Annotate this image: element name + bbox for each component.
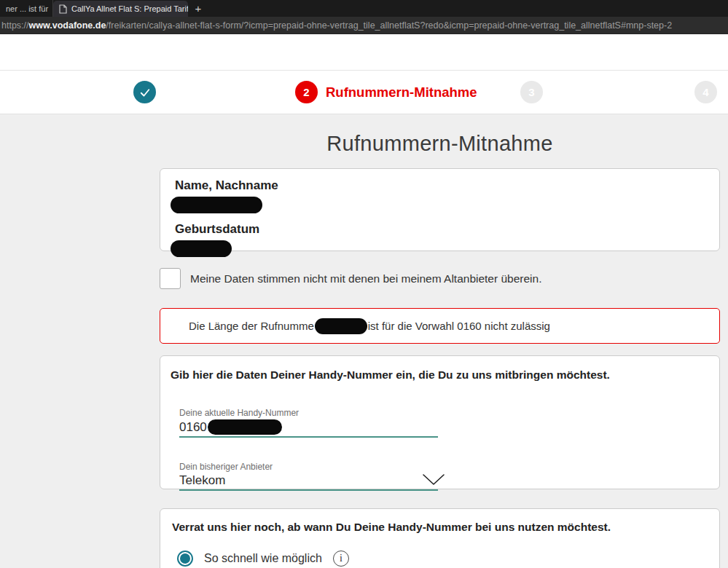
tab-title: ner ... ist für bbox=[6, 4, 48, 13]
tab-title: CallYa Allnet Flat S: Prepaid Tarif bbox=[71, 4, 188, 13]
tab-active-callya[interactable]: CallYa Allnet Flat S: Prepaid Tarif ✕ bbox=[53, 1, 188, 17]
porting-date-card: Verrat uns hier noch, ab wann Du Deine H… bbox=[160, 508, 720, 568]
current-phone-field[interactable]: Deine aktuelle Handy-Nummer 0160 bbox=[179, 408, 438, 438]
personal-data-card: Name, Nachname Geburtsdatum bbox=[160, 168, 720, 251]
tab-previous[interactable]: ner ... ist für ✕ bbox=[0, 0, 53, 17]
browser-tab-bar: ner ... ist für ✕ CallYa Allnet Flat S: … bbox=[0, 0, 728, 17]
step-1-done[interactable] bbox=[133, 81, 156, 103]
url-domain: www.vodafone.de bbox=[29, 20, 106, 31]
site-header-band bbox=[0, 34, 728, 71]
page-title: Rufnummern-Mitnahme bbox=[160, 132, 720, 156]
step-number: 4 bbox=[702, 86, 708, 98]
current-phone-value: 0160 bbox=[179, 420, 207, 435]
schedule-intro-text: Verrat uns hier noch, ab wann Du Deine H… bbox=[172, 521, 705, 534]
url-path: /freikarten/callya-allnet-flat-s-form/?i… bbox=[106, 20, 672, 31]
asap-radio[interactable] bbox=[177, 551, 193, 567]
data-mismatch-row: Meine Daten stimmen nicht mit denen bei … bbox=[160, 268, 720, 289]
page-icon bbox=[59, 4, 67, 14]
step-2-current[interactable]: 2 bbox=[295, 81, 318, 103]
birthdate-label: Geburtsdatum bbox=[175, 222, 705, 237]
url-protocol: https:// bbox=[1, 20, 29, 31]
step-number: 2 bbox=[303, 86, 309, 98]
previous-provider-select[interactable]: Dein bisheriger Anbieter Telekom bbox=[179, 462, 438, 491]
step-4-future: 4 bbox=[694, 81, 717, 103]
current-phone-label: Deine aktuelle Handy-Nummer bbox=[179, 408, 438, 418]
data-mismatch-checkbox[interactable] bbox=[160, 268, 181, 289]
step-2-label: Rufnummern-Mitnahme bbox=[326, 84, 477, 100]
browser-window: ner ... ist für ✕ CallYa Allnet Flat S: … bbox=[0, 0, 728, 568]
previous-provider-label: Dein bisheriger Anbieter bbox=[179, 462, 438, 472]
asap-option-row: So schnell wie möglich i bbox=[177, 551, 705, 567]
address-bar[interactable]: https://www.vodafone.de/freikarten/cally… bbox=[0, 17, 728, 34]
error-text-before: Die Länge der Rufnumme bbox=[189, 320, 314, 332]
name-label: Name, Nachname bbox=[175, 178, 705, 193]
redacted-birthdate-value bbox=[171, 240, 232, 257]
step-3-future: 3 bbox=[520, 81, 543, 103]
phone-number-form-card: Gib hier die Daten Deiner Handy-Nummer e… bbox=[160, 355, 720, 489]
page-content: Rufnummern-Mitnahme Name, Nachname Gebur… bbox=[0, 114, 728, 567]
asap-radio-label[interactable]: So schnell wie möglich bbox=[204, 552, 322, 565]
radio-selected-dot bbox=[180, 553, 190, 564]
form-intro-text: Gib hier die Daten Deiner Handy-Nummer e… bbox=[171, 368, 705, 382]
redacted-phone-digits bbox=[208, 419, 282, 435]
step-number: 3 bbox=[528, 86, 534, 98]
new-tab-button[interactable]: + bbox=[188, 0, 208, 17]
redacted-phone-number bbox=[315, 318, 367, 334]
check-icon bbox=[138, 86, 152, 99]
error-text-after: ist für die Vorwahl 0160 nicht zulässig bbox=[368, 320, 550, 332]
chevron-down-icon[interactable] bbox=[422, 473, 445, 486]
previous-provider-value: Telekom bbox=[179, 473, 225, 488]
info-icon[interactable]: i bbox=[333, 551, 349, 567]
checkout-stepper: 2 Rufnummern-Mitnahme 3 4 bbox=[0, 71, 728, 114]
validation-error-box: Die Länge der Rufnumme ist für die Vorwa… bbox=[160, 308, 720, 344]
data-mismatch-label[interactable]: Meine Daten stimmen nicht mit denen bei … bbox=[190, 272, 541, 285]
redacted-name-value bbox=[171, 197, 262, 213]
